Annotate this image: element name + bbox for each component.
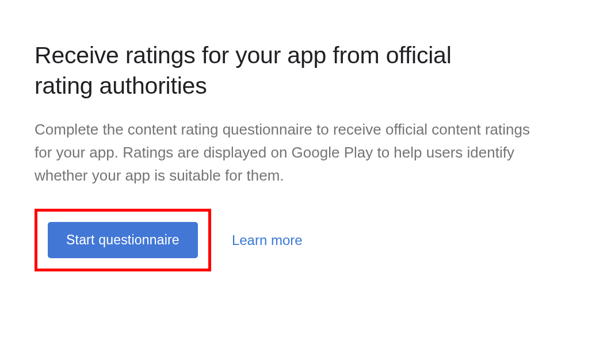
actions-row: Start questionnaire Learn more bbox=[35, 209, 576, 271]
highlight-annotation: Start questionnaire bbox=[35, 209, 211, 271]
start-questionnaire-button[interactable]: Start questionnaire bbox=[48, 222, 198, 258]
page-heading: Receive ratings for your app from offici… bbox=[35, 40, 483, 102]
page-description: Complete the content rating questionnair… bbox=[35, 118, 535, 187]
learn-more-link[interactable]: Learn more bbox=[232, 232, 303, 248]
